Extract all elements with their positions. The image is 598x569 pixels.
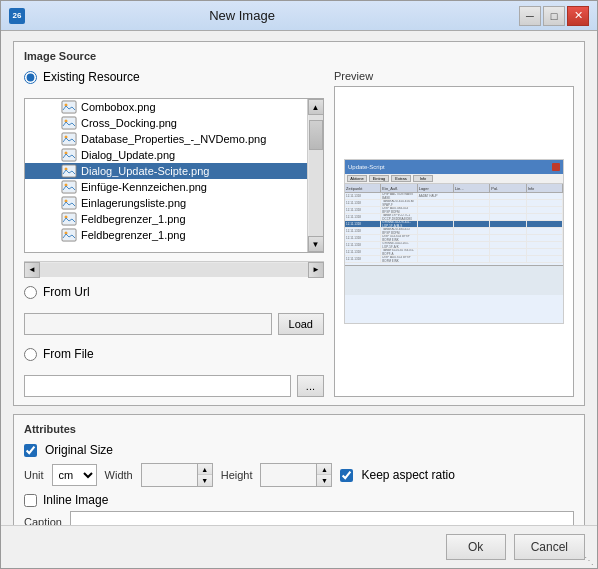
- file-item[interactable]: Einfüge-Kennzeichen.png: [25, 179, 307, 195]
- existing-resource-label: Existing Resource: [43, 70, 140, 84]
- preview-table-cell: DISP ADU.484-453 BFSP BOFM: [381, 207, 417, 213]
- width-spinner: 21.38 ▲ ▼: [141, 463, 213, 487]
- preview-table-cell: [490, 228, 526, 234]
- prev-titlebar: Update-Script: [345, 160, 563, 174]
- inline-image-checkbox[interactable]: [24, 494, 37, 507]
- height-input[interactable]: 16.59: [261, 464, 316, 486]
- resize-grip[interactable]: ⋱: [584, 555, 596, 567]
- top-panels: Existing Resource Combobox.png Cross_Doc…: [24, 70, 574, 397]
- prev-tb-btn-2: Eintrag: [369, 175, 389, 182]
- file-item[interactable]: Dialog_Update.png: [25, 147, 307, 163]
- image-source-title: Image Source: [24, 50, 574, 62]
- width-up-btn[interactable]: ▲: [198, 464, 212, 475]
- preview-table-cell: 12.11.1318: [345, 207, 381, 213]
- from-url-radio[interactable]: [24, 286, 37, 299]
- preview-table-row: 12.11.1318TAMM ADU.454-E30 AT SPAP-F: [345, 200, 563, 207]
- file-item[interactable]: Database_Properties_-_NVDemo.png: [25, 131, 307, 147]
- scroll-track-horizontal: [40, 263, 308, 277]
- file-item[interactable]: Feldbegrenzer_1.png: [25, 227, 307, 243]
- preview-table-cell: [490, 207, 526, 213]
- width-input[interactable]: 21.38: [142, 464, 197, 486]
- file-item[interactable]: Dialog_Update-Scipte.png: [25, 163, 307, 179]
- file-name: Feldbegrenzer_1.png: [81, 213, 186, 225]
- url-row: Load: [24, 313, 324, 335]
- preview-table-cell: 12.11.1318: [345, 228, 381, 234]
- titlebar: 26 New Image ─ □ ✕: [1, 1, 597, 31]
- preview-label: Preview: [334, 70, 574, 82]
- height-up-btn[interactable]: ▲: [317, 464, 331, 475]
- height-spinner: 16.59 ▲ ▼: [260, 463, 332, 487]
- preview-table-cell: DISP ADU.653 BFSP BOFM EINK: [381, 256, 417, 262]
- from-file-label: From File: [43, 347, 94, 361]
- preview-table-cell: TAMM ADU.484.453 BFSP BOFM: [381, 228, 417, 234]
- scroll-right-btn[interactable]: ►: [308, 262, 324, 278]
- footer: Ok Cancel: [1, 525, 597, 568]
- load-button[interactable]: Load: [278, 313, 324, 335]
- preview-table-cell: 12.11.1318: [345, 235, 381, 241]
- scroll-down-btn[interactable]: ▼: [308, 236, 324, 252]
- caption-input[interactable]: [70, 511, 574, 525]
- preview-table-cell: [454, 242, 490, 248]
- main-content: Image Source Existing Resource Combobox.…: [1, 31, 597, 525]
- url-input[interactable]: [24, 313, 272, 335]
- preview-table-row: 12.11.1318TAMM 5YPVCU.7C1 DCCP-D6D0BA400…: [345, 214, 563, 221]
- preview-table-cell: AADAT HAUP: [418, 193, 454, 199]
- preview-table-row: 12.11.1318DISP 453-654 BFSP BOFM EINK: [345, 235, 563, 242]
- prev-title-text: Update-Script: [348, 164, 385, 170]
- prev-col-5: Pal.: [490, 184, 526, 192]
- file-name: Einlagerungsliste.png: [81, 197, 186, 209]
- file-input[interactable]: [24, 375, 291, 397]
- file-item[interactable]: Einlagerungsliste.png: [25, 195, 307, 211]
- maximize-button[interactable]: □: [543, 6, 565, 26]
- file-item[interactable]: Combobox.png: [25, 99, 307, 115]
- prev-col-2: Ein_Aufl.: [381, 184, 417, 192]
- preview-table-cell: 12.11.1318: [345, 200, 381, 206]
- caption-row: Caption: [24, 511, 574, 525]
- height-down-btn[interactable]: ▼: [317, 475, 331, 486]
- image-source-section: Image Source Existing Resource Combobox.…: [13, 41, 585, 406]
- preview-table-cell: [527, 242, 563, 248]
- keep-aspect-checkbox[interactable]: [340, 469, 353, 482]
- preview-table-cell: [527, 235, 563, 241]
- preview-section: Preview Update-Script Aktione: [334, 70, 574, 397]
- inline-image-row: Inline Image: [24, 493, 574, 507]
- preview-table-cell: [490, 214, 526, 220]
- from-file-radio[interactable]: [24, 348, 37, 361]
- prev-col-4: Lie...: [454, 184, 490, 192]
- minimize-button[interactable]: ─: [519, 6, 541, 26]
- prev-rows: 12.11.1318DHIP AACTION WASS BASEAADAT HA…: [345, 193, 563, 263]
- prev-tb-btn-3: Extras: [391, 175, 411, 182]
- preview-table-cell: [490, 221, 526, 227]
- cancel-button[interactable]: Cancel: [514, 534, 585, 560]
- preview-table-cell: [454, 249, 490, 255]
- close-button[interactable]: ✕: [567, 6, 589, 26]
- preview-table-cell: GHINNE-4543-L65-LGP-5F-A/K: [381, 242, 417, 248]
- preview-table-cell: [490, 256, 526, 262]
- ok-button[interactable]: Ok: [446, 534, 506, 560]
- preview-table-cell: 12.11.1318: [345, 193, 381, 199]
- existing-resource-radio[interactable]: [24, 71, 37, 84]
- titlebar-left: 26: [9, 8, 25, 24]
- original-size-label: Original Size: [45, 443, 113, 457]
- browse-button[interactable]: ...: [297, 375, 324, 397]
- file-name: Combobox.png: [81, 101, 156, 113]
- file-name: Dialog_Update.png: [81, 149, 175, 161]
- preview-table-cell: [527, 214, 563, 220]
- preview-table-cell: [418, 228, 454, 234]
- width-down-btn[interactable]: ▼: [198, 475, 212, 486]
- preview-table-cell: [418, 249, 454, 255]
- preview-table-cell: [418, 235, 454, 241]
- preview-table-cell: [490, 193, 526, 199]
- preview-table-cell: [454, 214, 490, 220]
- scroll-left-btn[interactable]: ◄: [24, 262, 40, 278]
- file-list[interactable]: Combobox.png Cross_Docking.png Database_…: [25, 99, 307, 252]
- preview-table-cell: [527, 221, 563, 227]
- original-size-checkbox[interactable]: [24, 444, 37, 457]
- prev-tb-btn-1: Aktione: [347, 175, 367, 182]
- file-item[interactable]: Feldbegrenzer_1.png: [25, 211, 307, 227]
- file-item[interactable]: Cross_Docking.png: [25, 115, 307, 131]
- unit-select[interactable]: cm: [52, 464, 97, 486]
- file-name: Database_Properties_-_NVDemo.png: [81, 133, 266, 145]
- scroll-up-btn[interactable]: ▲: [308, 99, 324, 115]
- scroll-thumb[interactable]: [309, 120, 323, 150]
